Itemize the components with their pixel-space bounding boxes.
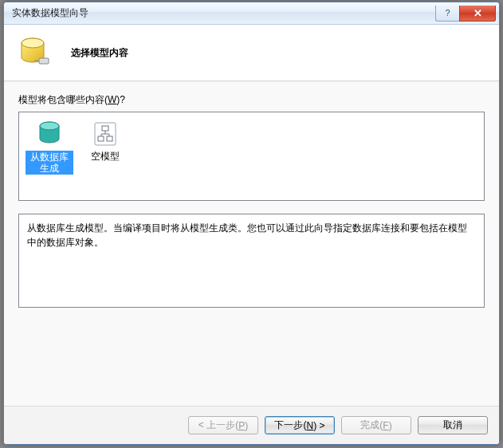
next-button[interactable]: 下一步(N) > [265,416,335,434]
wizard-header: 选择模型内容 [4,25,499,81]
option-label: 从数据库生成 [26,151,73,175]
option-empty-model[interactable]: 空模型 [80,117,131,167]
finish-button: 完成(F) [341,416,411,434]
wizard-window: 实体数据模型向导 ? ✕ [3,2,500,445]
option-generate-from-db[interactable]: 从数据库生成 [24,117,75,179]
help-icon: ? [445,8,450,18]
options-list: 从数据库生成 空模型 [18,112,485,201]
titlebar-buttons: ? ✕ [435,6,496,22]
svg-point-1 [22,38,44,48]
option-description: 从数据库生成模型。当编译项目时将从模型生成类。您也可以通过此向导指定数据库连接和… [18,214,485,308]
empty-model-icon [92,120,119,147]
options-prompt: 模型将包含哪些内容(W)? [18,93,485,107]
close-button[interactable]: ✕ [459,6,496,22]
option-label: 空模型 [91,151,120,162]
database-generate-icon [36,120,63,147]
wizard-body: 模型将包含哪些内容(W)? 从数据库生成 [4,82,499,406]
database-icon [18,36,52,69]
svg-rect-2 [39,58,49,64]
svg-point-5 [40,122,59,130]
wizard-footer: < 上一步(P) 下一步(N) > 完成(F) 取消 [4,406,499,444]
back-button: < 上一步(P) [188,416,258,434]
cancel-button[interactable]: 取消 [418,416,488,434]
wizard-heading: 选择模型内容 [71,46,128,60]
window-title: 实体数据模型向导 [12,6,435,20]
help-button[interactable]: ? [435,6,459,22]
close-icon: ✕ [474,7,482,19]
titlebar: 实体数据模型向导 ? ✕ [4,2,499,25]
